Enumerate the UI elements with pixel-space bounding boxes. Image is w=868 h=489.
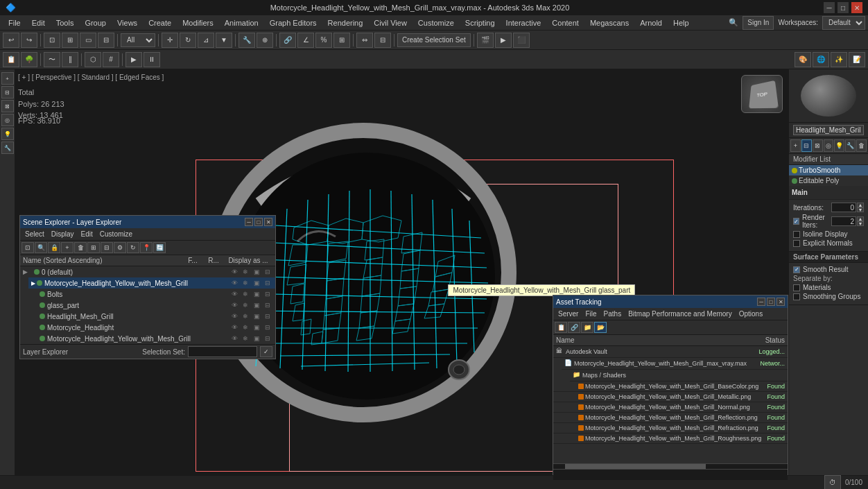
menu-file[interactable]: File [3,17,26,28]
asset-item-normal[interactable]: Motorcycle_Headlight_Yellow_with_Mesh_Gr… [553,402,788,413]
scene-item-layer0[interactable]: ▶ 0 (default) 👁 ❄ ▣ ⊟ [20,266,275,277]
asset-tb-4[interactable]: 📂 [594,322,607,333]
scene-explorer-min[interactable]: ─ [245,218,253,226]
menu-scripting[interactable]: Scripting [460,17,501,28]
motion-panel-btn[interactable]: ◎ [1,114,14,126]
scale-dropdown-button[interactable]: ▼ [216,33,232,48]
mfull-disp-btn[interactable]: ⊟ [263,334,272,343]
asset-item-maxfile[interactable]: 📄 Motorcycle_Headlight_Yellow_with_Mesh_… [562,358,788,370]
snap-toggle-button[interactable]: 🔗 [279,33,296,48]
hmg-vis-btn[interactable]: 👁 [229,312,239,320]
render-message-button[interactable]: 📝 [849,52,865,67]
redo-button[interactable]: ↪ [21,33,37,48]
scene-add-layer-btn[interactable]: + [61,242,73,253]
menu-customize[interactable]: Customize [413,17,460,28]
time-config-button[interactable]: ⏱ [824,475,841,490]
scene-explorer-button[interactable]: 🌳 [21,52,37,67]
motion-tab[interactable]: ◎ [824,139,834,152]
workspaces-dropdown[interactable]: Default [822,16,865,30]
effects-button[interactable]: ✨ [831,52,847,67]
scene-item-headlight-mesh[interactable]: Headlight_Mesh_Grill 👁 ❄ ▣ ⊟ [37,311,275,322]
asset-menu-bitmap-perf[interactable]: Bitmap Performance and Memory [626,309,734,318]
menu-graph-editors[interactable]: Graph Editors [264,17,322,28]
modifier-turbosmooth[interactable]: TurboSmooth [789,165,868,175]
asset-tb-2[interactable]: 🔗 [568,322,580,333]
asset-item-roughness[interactable]: Motorcycle_Headlight_Yellow_with_Mesh_Gr… [553,434,788,444]
sign-in-button[interactable]: Sign In [743,16,774,30]
menu-civil-view[interactable]: Civil View [368,17,412,28]
scene-collapse-btn[interactable]: ⊟ [101,242,113,253]
scene-item-mesh-grill-group[interactable]: ▶ Motorcycle_Headlight_Yellow_with_Mesh_… [28,277,275,289]
explicit-normals-checkbox[interactable] [793,240,800,247]
pause-button[interactable]: ⏸ [144,52,160,67]
menu-views[interactable]: Views [112,17,143,28]
quick-render-button[interactable]: ⬛ [513,33,530,48]
selection-set-confirm-btn[interactable]: ✓ [260,346,272,357]
isoline-checkbox[interactable] [793,231,800,238]
scene-explorer-close[interactable]: ✕ [264,218,272,226]
bolts-frz-btn[interactable]: ❄ [241,290,250,298]
smoothing-groups-checkbox[interactable] [793,293,800,300]
menu-interactive[interactable]: Interactive [501,17,547,28]
utilities-tab[interactable]: 🔧 [845,139,856,152]
utilities-panel-btn[interactable]: 🔧 [1,141,14,154]
scene-menu-display[interactable]: Display [49,230,76,239]
move-button[interactable]: ✛ [162,33,178,48]
asset-restore-btn[interactable]: □ [767,298,775,306]
mg-frz-btn[interactable]: ❄ [241,279,250,287]
scene-item-motorcycle-headlight[interactable]: Motorcycle_Headlight 👁 ❄ ▣ ⊟ [37,322,275,333]
render-iters-checkbox[interactable] [793,218,799,225]
mh-disp-btn[interactable]: ⊟ [263,323,272,332]
create-panel-btn[interactable]: + [1,72,14,85]
asset-menu-file[interactable]: File [583,309,598,318]
hmg-rnd-btn[interactable]: ▣ [252,312,261,320]
scene-del-btn[interactable]: 🗑 [74,242,87,253]
mg-disp-btn[interactable]: ⊟ [263,279,272,287]
close-button[interactable]: ✕ [851,2,862,13]
percent-snap-button[interactable]: % [315,33,332,48]
scene-filter-btn[interactable]: 🔍 [35,242,47,253]
mfull-rnd-btn[interactable]: ▣ [252,334,261,343]
minimize-button[interactable]: ─ [824,2,835,13]
asset-menu-paths[interactable]: Paths [602,309,624,318]
window-crossing-button[interactable]: ⊟ [98,33,114,48]
display-tab[interactable]: 💡 [834,139,844,152]
render-setup-button[interactable]: 🎬 [477,33,494,48]
scene-local-btn[interactable]: 📍 [140,242,153,253]
spinner-snap-button[interactable]: ⊞ [333,33,350,48]
scene-menu-select[interactable]: Select [23,230,46,239]
render-iters-up[interactable]: ▲ [857,216,864,221]
scene-item-motorcycle-full[interactable]: Motorcycle_Headlight_Yellow_with_Mesh_Gr… [37,333,275,344]
layer0-vis-btn[interactable]: 👁 [229,268,239,276]
mh-rnd-btn[interactable]: ▣ [252,323,261,332]
mfull-frz-btn[interactable]: ❄ [241,334,250,343]
scene-explorer-restore[interactable]: □ [254,218,263,226]
smooth-result-checkbox[interactable] [793,266,800,273]
dope-sheet-button[interactable]: ‖ [62,52,78,67]
asset-item-vault[interactable]: 🏛 Autodesk Vault Logged... [553,346,788,358]
menu-content[interactable]: Content [546,17,584,28]
scene-sync-btn[interactable]: 🔄 [153,242,166,253]
environment-button[interactable]: 🌐 [813,52,829,67]
glass-disp-btn[interactable]: ⊟ [263,301,272,309]
modify-tab[interactable]: ⊟ [801,139,812,152]
asset-close-btn[interactable]: ✕ [776,298,785,306]
render-frame-button[interactable]: ▶ [495,33,512,48]
menu-group[interactable]: Group [79,17,112,28]
asset-tb-3[interactable]: 📁 [581,322,593,333]
asset-input-bar[interactable] [553,469,788,480]
curve-editor-button[interactable]: 〜 [44,52,60,67]
render-iters-down[interactable]: ▼ [857,221,864,226]
mg-vis-btn[interactable]: 👁 [229,279,239,287]
delete-mod-btn[interactable]: 🗑 [856,139,867,152]
mh-frz-btn[interactable]: ❄ [241,323,250,332]
object-name-input[interactable] [793,125,864,135]
menu-megascans[interactable]: Megascans [584,17,634,28]
asset-menu-server[interactable]: Server [556,309,580,318]
asset-tb-1[interactable]: 📋 [555,322,567,333]
menu-arnold[interactable]: Arnold [634,17,668,28]
angle-snap-button[interactable]: ∠ [297,33,314,48]
material-editor-button[interactable]: 🎨 [795,52,811,67]
mfull-vis-btn[interactable]: 👁 [229,334,239,343]
pivot-button[interactable]: ⊕ [257,33,273,48]
